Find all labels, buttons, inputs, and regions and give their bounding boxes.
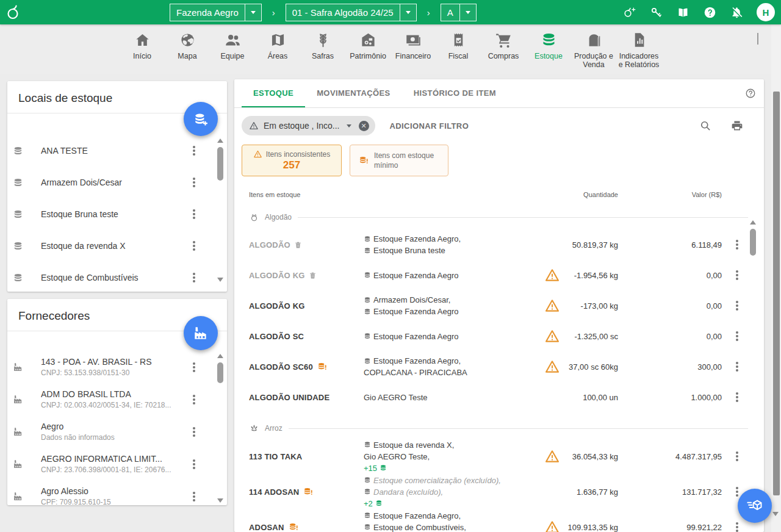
plot-selector[interactable]: A — [441, 4, 477, 21]
avatar[interactable]: H — [757, 3, 775, 21]
scroll-down-icon[interactable] — [217, 498, 223, 503]
table-row[interactable]: 114 ADOSANEstoque comercialização (exclu… — [234, 474, 764, 509]
stock-location-item[interactable]: ANA TESTE — [7, 135, 227, 167]
invite-user-icon[interactable] — [623, 6, 636, 19]
plot-selector-caret[interactable] — [459, 4, 476, 21]
row-menu-icon[interactable] — [731, 329, 743, 343]
search-icon[interactable] — [699, 120, 711, 132]
nav-item-areas[interactable]: Áreas — [255, 32, 300, 69]
item-name: 113 TIO TAKA — [249, 452, 302, 461]
farm-selector-caret[interactable] — [245, 4, 261, 21]
item-menu-icon[interactable] — [188, 175, 200, 190]
row-menu-icon[interactable] — [731, 359, 743, 374]
header-items: Itens em estoque — [249, 191, 364, 198]
nav-item-indicadores-relatorios[interactable]: Indicadores e Relatórios — [616, 32, 661, 69]
minimum-stock-card[interactable]: Itens com estoque mínimo — [350, 145, 448, 176]
warning-icon — [544, 519, 560, 532]
table-row[interactable]: ALGODÃOEstoque Fazenda Aegro,Estoque Bru… — [234, 228, 764, 262]
panel-help-icon[interactable] — [745, 88, 756, 99]
item-menu-icon[interactable] — [188, 489, 200, 504]
warning-icon — [544, 328, 560, 344]
location-line: Estoque Fazenda Aegro, — [364, 355, 541, 367]
table-row[interactable]: ALGODÃO UNIDADEGio AEGRO Teste100,00 un1… — [234, 384, 764, 411]
season-selector-caret[interactable] — [400, 4, 416, 21]
collapse-nav-icon[interactable] — [757, 34, 763, 40]
page-scrollbar-thumb[interactable] — [773, 92, 780, 495]
supplier-item[interactable]: AEGRO INFORMATICA LIMIT...CNPJ: 23.706.3… — [7, 448, 227, 480]
location-text: +15 — [364, 462, 377, 474]
scrollbar-thumb[interactable] — [217, 362, 223, 383]
tab-movimenta-es[interactable]: MOVIMENTAÇÕES — [305, 79, 402, 107]
scroll-down-icon[interactable] — [217, 278, 223, 282]
scrollbar-thumb[interactable] — [217, 147, 223, 181]
item-name-cell: ALGODÃO KG — [249, 271, 364, 280]
farm-selector[interactable]: Fazenda Aegro — [170, 4, 262, 21]
item-menu-icon[interactable] — [188, 360, 200, 375]
book-icon[interactable] — [677, 6, 689, 19]
nav-item-producao-venda[interactable]: Produção e Venda — [571, 32, 616, 69]
row-menu-icon[interactable] — [731, 237, 743, 252]
group-label: Algodão — [265, 213, 292, 221]
key-icon[interactable] — [650, 6, 663, 19]
inconsistent-items-card[interactable]: Itens inconsistentes 257 — [242, 145, 342, 176]
header-qty: Quantidade — [560, 191, 618, 198]
row-menu-icon[interactable] — [731, 268, 743, 282]
page-scroll-down-icon[interactable] — [772, 516, 779, 527]
add-filter-button[interactable]: ADICIONAR FILTRO — [390, 121, 469, 131]
print-icon[interactable] — [731, 120, 743, 132]
supplier-item[interactable]: Agro AlessioCPF: 709.915.610-15 — [7, 480, 227, 505]
warning-icon — [253, 149, 262, 159]
season-selector[interactable]: 01 - Safra Algodão 24/25 — [286, 4, 417, 21]
remove-filter-icon[interactable]: ✕ — [359, 121, 369, 131]
table-row[interactable]: ALGODÃO KGArmazem Dois/Cesar,Estoque Faz… — [234, 289, 764, 323]
row-menu-icon[interactable] — [731, 298, 743, 313]
supplier-item[interactable]: 143 - POA - AV. BRASIL - RSCNPJ: 53.153.… — [7, 351, 227, 383]
notifications-off-icon[interactable] — [730, 6, 743, 19]
nav-item-fiscal[interactable]: Fiscal — [436, 32, 481, 69]
nav-item-mapa[interactable]: Mapa — [165, 32, 210, 69]
row-menu-icon[interactable] — [731, 390, 743, 404]
scroll-up-icon[interactable] — [750, 220, 756, 225]
nav-item-equipe[interactable]: Equipe — [210, 32, 255, 69]
item-menu-icon[interactable] — [188, 143, 200, 158]
item-menu-icon[interactable] — [188, 425, 200, 439]
stock-location-item[interactable]: Armazem Dois/Cesar — [7, 167, 227, 198]
nav-item-compras[interactable]: Compras — [481, 32, 526, 69]
item-menu-icon[interactable] — [188, 457, 200, 472]
add-stock-location-button[interactable] — [184, 102, 218, 136]
scroll-up-icon[interactable] — [217, 138, 223, 143]
chevron-down-icon[interactable] — [347, 124, 351, 128]
supplier-item[interactable]: AegroDados não informados — [7, 415, 227, 448]
item-menu-icon[interactable] — [188, 270, 200, 285]
supplier-item[interactable]: ADM DO BRASIL LTDACNPJ: 02.003.402/0051-… — [7, 383, 227, 415]
scroll-up-icon[interactable] — [217, 354, 223, 358]
table-row[interactable]: 113 TIO TAKAEstoque da revenda X,Gio AEG… — [234, 439, 764, 474]
help-icon[interactable] — [704, 6, 716, 19]
table-row[interactable]: ADOSANEstoque Fazenda Aegro,Estoque de C… — [234, 509, 764, 532]
stock-location-item[interactable]: Estoque de Combustíveis — [7, 262, 227, 292]
scrollbar-thumb[interactable] — [750, 229, 756, 256]
table-row[interactable]: ALGODÃO SCEstoque Fazenda Aegro-1.325,00… — [234, 323, 764, 350]
nav-item-patrimonio[interactable]: Patrimônio — [345, 32, 390, 69]
table-row[interactable]: ALGODÃO KGEstoque Fazenda Aegro-1.954,56… — [234, 262, 764, 289]
nav-item-estoque[interactable]: Estoque — [526, 32, 571, 69]
tab-hist-rico-de-item[interactable]: HISTÓRICO DE ITEM — [402, 79, 508, 107]
add-supplier-button[interactable] — [184, 316, 218, 350]
nav-item-financeiro[interactable]: Financeiro — [390, 32, 436, 69]
item-menu-icon[interactable] — [188, 392, 200, 407]
stock-location-item[interactable]: Estoque Bruna teste — [7, 198, 227, 230]
new-stock-movement-button[interactable] — [738, 489, 772, 523]
aegro-logo-icon[interactable] — [6, 4, 21, 20]
nav-item-safras[interactable]: Safras — [300, 32, 345, 69]
item-value: 0,00 — [618, 271, 722, 280]
active-filter-chip[interactable]: Em estoque , Inco... ✕ — [242, 116, 375, 135]
table-row[interactable]: ALGODÃO SC60Estoque Fazenda Aegro,COPLAC… — [234, 350, 764, 384]
item-menu-icon[interactable] — [188, 239, 200, 253]
item-locations-cell: Estoque comercialização (excluído),Danda… — [364, 475, 544, 509]
stock-location-item[interactable]: Estoque da revenda X — [7, 230, 227, 262]
row-menu-icon[interactable] — [731, 520, 743, 532]
item-menu-icon[interactable] — [188, 207, 200, 221]
row-menu-icon[interactable] — [731, 449, 743, 464]
nav-item-inicio[interactable]: Início — [120, 32, 165, 69]
tab-estoque[interactable]: ESTOQUE — [242, 79, 305, 107]
